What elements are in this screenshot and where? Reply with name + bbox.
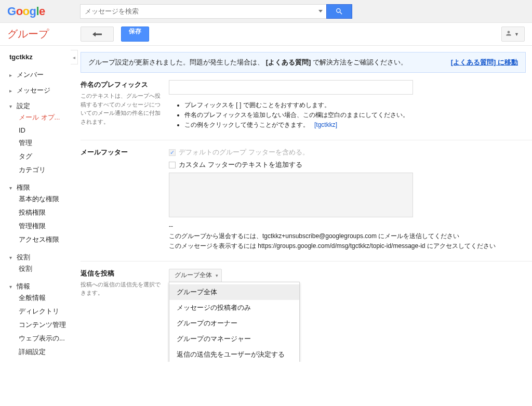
alert-faq-link[interactable]: [よくある質問] に移動 xyxy=(451,58,518,67)
hint-2: 件名のプレフィックスを追加しない場合、この欄は空白のままにしてください。 xyxy=(184,111,526,120)
reply-option-user[interactable]: 返信の送信先をユーザーが決定する xyxy=(169,347,299,362)
sidebar: tgctkkz ◂ メンバー メッセージ 設定 メール オプ... ID 管理 … xyxy=(0,46,74,362)
section-subject-prefix: 件名のプレフィックス このテキストは、グループへ投稿するすべてのメッセージについ… xyxy=(81,73,532,140)
nav-info-advanced[interactable]: 詳細設定 xyxy=(19,345,74,359)
reply-option-owner[interactable]: グループのオーナー xyxy=(169,316,299,331)
default-footer-row: ✓ デフォルトのグループ フッターを含める。 xyxy=(169,148,526,157)
account-menu[interactable]: ▼ xyxy=(501,27,525,42)
hint-3: この例をクリックして使うことができます。 [tgctkkz] xyxy=(184,121,526,129)
nav-info-content[interactable]: コンテンツ管理 xyxy=(19,318,74,332)
search-options-dropdown[interactable] xyxy=(315,4,326,19)
nav-settings[interactable]: 設定 メール オプ... ID 管理 タグ カテゴリ xyxy=(0,98,74,180)
nav-info-directory[interactable]: ディレクトリ xyxy=(19,305,74,318)
nav-permissions-manage[interactable]: 管理権限 xyxy=(19,219,74,233)
back-button[interactable] xyxy=(81,27,114,42)
reply-option-manager[interactable]: グループのマネージャー xyxy=(169,331,299,347)
nav-roles-label: 役割 xyxy=(17,253,30,261)
footer-preview: -- このグループから退会するには、tgctkkz+unsubscribe@go… xyxy=(169,221,526,252)
nav-members[interactable]: メンバー xyxy=(0,67,74,83)
reply-to-desc: 投稿への返信の送信先を選択できます。 xyxy=(81,280,164,297)
nav-info-web[interactable]: ウェブ表示の... xyxy=(19,332,74,345)
reply-to-dropdown-menu: グループ全体 メッセージの投稿者のみ グループのオーナー グループのマネージャー… xyxy=(169,282,300,362)
nav-info-label: 情報 xyxy=(17,282,30,290)
person-icon xyxy=(505,30,512,38)
footer-line-1: このグループから退会するには、tgctkkz+unsubscribe@googl… xyxy=(169,231,526,241)
footer-dashes: -- xyxy=(169,221,526,231)
reply-option-group[interactable]: グループ全体 xyxy=(169,284,299,300)
main-content: グループ設定が更新されました。問題が発生した場合は、 [よくある質問] で解決方… xyxy=(74,46,532,362)
subject-prefix-desc: このテキストは、グループへ投稿するすべてのメッセージについてのメール通知の件名に… xyxy=(81,91,164,126)
alert-text-2: で解決方法をご確認ください。 xyxy=(313,58,407,66)
nav-permissions-post[interactable]: 投稿権限 xyxy=(19,206,74,219)
nav-settings-id[interactable]: ID xyxy=(19,124,74,136)
alert-text-1: グループ設定が更新されました。問題が発生した場合は、 xyxy=(88,58,264,66)
custom-footer-row: カスタム フッターのテキストを追加する xyxy=(169,160,526,169)
footer-line-2: このメッセージを表示するには https://groups.google.com… xyxy=(169,241,526,251)
nav-settings-manage[interactable]: 管理 xyxy=(19,136,74,150)
custom-footer-textarea[interactable] xyxy=(169,173,413,217)
custom-footer-label: カスタム フッターのテキストを追加する xyxy=(179,160,302,169)
app-title: グループ xyxy=(0,27,81,41)
subject-prefix-title: 件名のプレフィックス xyxy=(81,80,164,89)
reply-option-author[interactable]: メッセージの投稿者のみ xyxy=(169,300,299,316)
reply-to-dropdown[interactable]: グループ全体 xyxy=(169,269,222,282)
mail-footer-title: メールフッター xyxy=(81,148,164,157)
search-input[interactable] xyxy=(80,4,315,19)
google-logo: Google xyxy=(7,5,55,18)
search-button[interactable] xyxy=(326,4,352,19)
nav-settings-mail-options[interactable]: メール オプ... xyxy=(19,111,74,124)
app-toolbar: グループ 保存 ▼ xyxy=(0,23,532,46)
nav-roles[interactable]: 役割 役割 xyxy=(0,250,74,279)
nav-permissions-basic[interactable]: 基本的な権限 xyxy=(19,192,74,206)
reply-to-title: 返信を投稿 xyxy=(81,269,164,278)
default-footer-checkbox: ✓ xyxy=(169,149,176,156)
nav-permissions-label: 権限 xyxy=(17,184,30,191)
global-header: Google xyxy=(0,0,532,23)
subject-prefix-hints: プレフィックスを [ ] で囲むことをおすすめします。 件名のプレフィックスを追… xyxy=(184,101,526,129)
custom-footer-checkbox[interactable] xyxy=(169,162,176,168)
nav-settings-label: 設定 xyxy=(17,102,30,110)
nav-roles-item[interactable]: 役割 xyxy=(19,262,74,276)
search-box xyxy=(80,4,352,19)
nav-settings-tags[interactable]: タグ xyxy=(19,150,74,163)
nav-info[interactable]: 情報 全般情報 ディレクトリ コンテンツ管理 ウェブ表示の... 詳細設定 xyxy=(0,279,74,362)
section-mail-footer: メールフッター ✓ デフォルトのグループ フッターを含める。 カスタム フッター… xyxy=(81,140,532,261)
hint-1: プレフィックスを [ ] で囲むことをおすすめします。 xyxy=(184,101,526,110)
hint-3-text: この例をクリックして使うことができます。 xyxy=(184,121,309,128)
alert-bold: [よくある質問] xyxy=(266,58,311,66)
search-icon xyxy=(335,7,343,16)
nav-settings-categories[interactable]: カテゴリ xyxy=(19,163,74,177)
nav-permissions-access[interactable]: アクセス権限 xyxy=(19,233,74,246)
chevron-down-icon: ▼ xyxy=(514,32,519,37)
settings-saved-alert: グループ設定が更新されました。問題が発生した場合は、 [よくある質問] で解決方… xyxy=(81,52,526,73)
group-name: tgctkkz xyxy=(0,53,74,67)
prefix-example-link[interactable]: [tgctkkz] xyxy=(314,121,337,128)
back-arrow-icon xyxy=(92,31,102,38)
default-footer-label: デフォルトのグループ フッターを含める。 xyxy=(179,148,309,157)
nav-messages[interactable]: メッセージ xyxy=(0,83,74,98)
nav-permissions[interactable]: 権限 基本的な権限 投稿権限 管理権限 アクセス権限 xyxy=(0,180,74,250)
nav-info-general[interactable]: 全般情報 xyxy=(19,291,74,305)
section-reply-to: 返信を投稿 投稿への返信の送信先を選択できます。 グループ全体 グループ全体 メ… xyxy=(81,261,532,307)
save-button[interactable]: 保存 xyxy=(121,27,149,42)
subject-prefix-input[interactable] xyxy=(169,80,413,95)
sidebar-collapse-handle[interactable]: ◂ xyxy=(71,50,78,64)
